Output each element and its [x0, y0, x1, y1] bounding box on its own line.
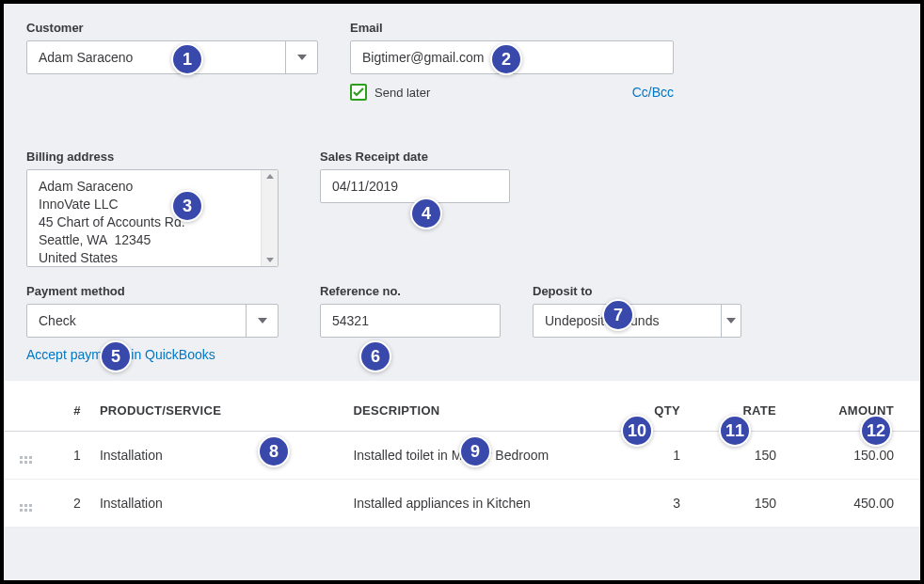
- cell-amount[interactable]: 450.00: [786, 480, 920, 528]
- receipt-date-input[interactable]: [320, 169, 510, 203]
- customer-combo[interactable]: [26, 40, 318, 74]
- chevron-down-icon[interactable]: [721, 305, 741, 337]
- cell-num: 1: [48, 432, 90, 480]
- scrollbar[interactable]: [261, 170, 278, 266]
- cell-qty[interactable]: 3: [613, 480, 690, 528]
- billing-address-field[interactable]: [26, 169, 279, 267]
- drag-handle-icon[interactable]: [4, 432, 48, 480]
- billing-address-textarea[interactable]: [27, 170, 261, 266]
- col-product: PRODUCT/SERVICE: [90, 381, 344, 432]
- deposit-to-input[interactable]: [534, 305, 721, 337]
- accept-payments-link[interactable]: Accept payments in QuickBooks: [26, 347, 279, 362]
- receipt-date-label: Sales Receipt date: [320, 150, 510, 164]
- cell-rate[interactable]: 150: [690, 432, 786, 480]
- chevron-down-icon[interactable]: [285, 41, 317, 73]
- ccbcc-link[interactable]: Cc/Bcc: [632, 85, 674, 100]
- table-row[interactable]: 1 Installation Installed toilet in Maste…: [4, 432, 920, 480]
- col-amount: AMOUNT: [786, 381, 920, 432]
- payment-method-label: Payment method: [26, 284, 279, 298]
- email-input[interactable]: [350, 40, 674, 74]
- cell-description[interactable]: Installed toilet in Master Bedroom: [343, 432, 613, 480]
- billing-address-label: Billing address: [26, 150, 279, 164]
- table-row[interactable]: 2 Installation Installed appliances in K…: [4, 480, 920, 528]
- line-items-table: # PRODUCT/SERVICE DESCRIPTION QTY RATE A…: [4, 381, 920, 528]
- chevron-down-icon[interactable]: [246, 305, 278, 337]
- reference-no-input[interactable]: [320, 304, 501, 338]
- col-rate: RATE: [690, 381, 786, 432]
- customer-label: Customer: [26, 21, 318, 35]
- col-qty: QTY: [613, 381, 690, 432]
- cell-qty[interactable]: 1: [613, 432, 690, 480]
- customer-input[interactable]: [27, 41, 285, 73]
- cell-product[interactable]: Installation: [90, 432, 344, 480]
- col-num: #: [48, 381, 90, 432]
- cell-product[interactable]: Installation: [90, 480, 344, 528]
- payment-method-combo[interactable]: [26, 304, 279, 338]
- deposit-to-label: Deposit to: [533, 284, 741, 298]
- deposit-to-combo[interactable]: [533, 304, 741, 338]
- col-description: DESCRIPTION: [343, 381, 613, 432]
- reference-no-label: Reference no.: [320, 284, 501, 298]
- send-later-label: Send later: [374, 86, 430, 100]
- send-later-checkbox[interactable]: [350, 84, 367, 101]
- payment-method-input[interactable]: [27, 305, 246, 337]
- drag-handle-icon[interactable]: [4, 480, 48, 528]
- cell-amount[interactable]: 150.00: [786, 432, 920, 480]
- email-label: Email: [350, 21, 674, 35]
- cell-num: 2: [48, 480, 90, 528]
- cell-rate[interactable]: 150: [690, 480, 786, 528]
- cell-description[interactable]: Installed appliances in Kitchen: [343, 480, 613, 528]
